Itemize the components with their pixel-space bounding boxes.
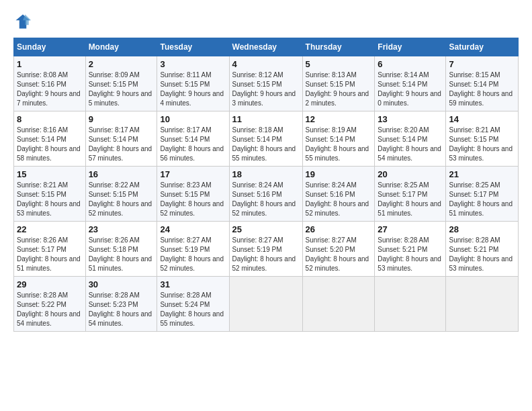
- day-header-friday: Friday: [375, 38, 446, 56]
- day-cell: 18 Sunrise: 8:24 AM Sunset: 5:16 PM Dayl…: [229, 167, 302, 222]
- header-row: SundayMondayTuesdayWednesdayThursdayFrid…: [14, 38, 519, 56]
- day-number: 29: [17, 279, 83, 289]
- day-number: 15: [17, 169, 83, 179]
- day-number: 2: [89, 59, 154, 69]
- day-info: Sunrise: 8:20 AM Sunset: 5:14 PM Dayligh…: [378, 126, 443, 163]
- day-number: 23: [89, 224, 154, 234]
- day-info: Sunrise: 8:28 AM Sunset: 5:21 PM Dayligh…: [378, 236, 443, 273]
- day-info: Sunrise: 8:18 AM Sunset: 5:14 PM Dayligh…: [232, 126, 300, 163]
- day-cell: 21 Sunrise: 8:25 AM Sunset: 5:17 PM Dayl…: [446, 167, 519, 222]
- day-info: Sunrise: 8:24 AM Sunset: 5:16 PM Dayligh…: [306, 181, 372, 218]
- day-cell: 24 Sunrise: 8:27 AM Sunset: 5:19 PM Dayl…: [157, 222, 229, 277]
- logo-icon: [13, 12, 32, 31]
- day-cell: 30 Sunrise: 8:28 AM Sunset: 5:23 PM Dayl…: [85, 277, 157, 332]
- day-cell: 19 Sunrise: 8:24 AM Sunset: 5:16 PM Dayl…: [302, 167, 375, 222]
- day-cell: 9 Sunrise: 8:17 AM Sunset: 5:14 PM Dayli…: [85, 111, 157, 167]
- day-number: 9: [89, 114, 154, 124]
- day-number: 25: [232, 224, 300, 234]
- day-cell: 8 Sunrise: 8:16 AM Sunset: 5:14 PM Dayli…: [14, 111, 86, 167]
- day-header-tuesday: Tuesday: [157, 38, 229, 56]
- day-cell: 16 Sunrise: 8:22 AM Sunset: 5:15 PM Dayl…: [85, 167, 157, 222]
- day-number: 18: [232, 169, 300, 179]
- day-number: 16: [89, 169, 154, 179]
- day-info: Sunrise: 8:17 AM Sunset: 5:14 PM Dayligh…: [89, 126, 154, 163]
- day-number: 12: [306, 114, 372, 124]
- day-cell: 14 Sunrise: 8:21 AM Sunset: 5:15 PM Dayl…: [446, 111, 519, 167]
- day-info: Sunrise: 8:21 AM Sunset: 5:15 PM Dayligh…: [449, 126, 515, 163]
- day-number: 7: [449, 59, 515, 69]
- day-cell: 11 Sunrise: 8:18 AM Sunset: 5:14 PM Dayl…: [229, 111, 302, 167]
- week-row-2: 8 Sunrise: 8:16 AM Sunset: 5:14 PM Dayli…: [14, 111, 519, 167]
- day-cell: 6 Sunrise: 8:14 AM Sunset: 5:14 PM Dayli…: [375, 56, 446, 111]
- day-info: Sunrise: 8:26 AM Sunset: 5:17 PM Dayligh…: [17, 236, 83, 273]
- day-info: Sunrise: 8:16 AM Sunset: 5:14 PM Dayligh…: [17, 126, 83, 163]
- day-cell: 15 Sunrise: 8:21 AM Sunset: 5:15 PM Dayl…: [14, 167, 86, 222]
- week-row-1: 1 Sunrise: 8:08 AM Sunset: 5:16 PM Dayli…: [14, 56, 519, 111]
- day-number: 20: [378, 169, 443, 179]
- day-info: Sunrise: 8:28 AM Sunset: 5:22 PM Dayligh…: [17, 291, 83, 328]
- calendar-table: SundayMondayTuesdayWednesdayThursdayFrid…: [13, 38, 519, 332]
- day-cell: 23 Sunrise: 8:26 AM Sunset: 5:18 PM Dayl…: [85, 222, 157, 277]
- day-header-wednesday: Wednesday: [229, 38, 302, 56]
- day-info: Sunrise: 8:25 AM Sunset: 5:17 PM Dayligh…: [449, 181, 515, 218]
- day-cell: 29 Sunrise: 8:28 AM Sunset: 5:22 PM Dayl…: [14, 277, 86, 332]
- day-number: 13: [378, 114, 443, 124]
- week-row-5: 29 Sunrise: 8:28 AM Sunset: 5:22 PM Dayl…: [14, 277, 519, 332]
- day-cell: [229, 277, 302, 332]
- day-number: 6: [378, 59, 443, 69]
- day-number: 11: [232, 114, 300, 124]
- day-info: Sunrise: 8:08 AM Sunset: 5:16 PM Dayligh…: [17, 71, 83, 108]
- day-info: Sunrise: 8:28 AM Sunset: 5:23 PM Dayligh…: [89, 291, 154, 328]
- day-cell: [302, 277, 375, 332]
- day-cell: 2 Sunrise: 8:09 AM Sunset: 5:15 PM Dayli…: [85, 56, 157, 111]
- week-row-3: 15 Sunrise: 8:21 AM Sunset: 5:15 PM Dayl…: [14, 167, 519, 222]
- day-cell: 10 Sunrise: 8:17 AM Sunset: 5:14 PM Dayl…: [157, 111, 229, 167]
- day-info: Sunrise: 8:15 AM Sunset: 5:14 PM Dayligh…: [449, 71, 515, 108]
- day-number: 19: [306, 169, 372, 179]
- day-header-thursday: Thursday: [302, 38, 375, 56]
- day-header-sunday: Sunday: [14, 38, 86, 56]
- day-cell: 28 Sunrise: 8:28 AM Sunset: 5:21 PM Dayl…: [446, 222, 519, 277]
- day-number: 5: [306, 59, 372, 69]
- day-number: 30: [89, 279, 154, 289]
- day-number: 24: [160, 224, 226, 234]
- page: SundayMondayTuesdayWednesdayThursdayFrid…: [0, 0, 532, 338]
- day-info: Sunrise: 8:12 AM Sunset: 5:15 PM Dayligh…: [232, 71, 300, 108]
- day-header-saturday: Saturday: [446, 38, 519, 56]
- day-info: Sunrise: 8:27 AM Sunset: 5:19 PM Dayligh…: [232, 236, 300, 273]
- day-number: 28: [449, 224, 515, 234]
- day-cell: 20 Sunrise: 8:25 AM Sunset: 5:17 PM Dayl…: [375, 167, 446, 222]
- day-number: 26: [306, 224, 372, 234]
- day-number: 3: [160, 59, 226, 69]
- header: [13, 12, 519, 31]
- day-number: 4: [232, 59, 300, 69]
- day-info: Sunrise: 8:13 AM Sunset: 5:15 PM Dayligh…: [306, 71, 372, 108]
- day-cell: 5 Sunrise: 8:13 AM Sunset: 5:15 PM Dayli…: [302, 56, 375, 111]
- day-info: Sunrise: 8:26 AM Sunset: 5:18 PM Dayligh…: [89, 236, 154, 273]
- day-number: 31: [160, 279, 226, 289]
- day-info: Sunrise: 8:17 AM Sunset: 5:14 PM Dayligh…: [160, 126, 226, 163]
- day-cell: 31 Sunrise: 8:28 AM Sunset: 5:24 PM Dayl…: [157, 277, 229, 332]
- day-number: 27: [378, 224, 443, 234]
- day-number: 1: [17, 59, 83, 69]
- day-info: Sunrise: 8:25 AM Sunset: 5:17 PM Dayligh…: [378, 181, 443, 218]
- day-number: 10: [160, 114, 226, 124]
- day-info: Sunrise: 8:28 AM Sunset: 5:24 PM Dayligh…: [160, 291, 226, 328]
- day-cell: 7 Sunrise: 8:15 AM Sunset: 5:14 PM Dayli…: [446, 56, 519, 111]
- day-cell: 26 Sunrise: 8:27 AM Sunset: 5:20 PM Dayl…: [302, 222, 375, 277]
- logo: [13, 12, 35, 31]
- day-cell: 12 Sunrise: 8:19 AM Sunset: 5:14 PM Dayl…: [302, 111, 375, 167]
- day-cell: 13 Sunrise: 8:20 AM Sunset: 5:14 PM Dayl…: [375, 111, 446, 167]
- day-number: 22: [17, 224, 83, 234]
- day-info: Sunrise: 8:14 AM Sunset: 5:14 PM Dayligh…: [378, 71, 443, 108]
- day-info: Sunrise: 8:27 AM Sunset: 5:20 PM Dayligh…: [306, 236, 372, 273]
- day-info: Sunrise: 8:28 AM Sunset: 5:21 PM Dayligh…: [449, 236, 515, 273]
- day-cell: 1 Sunrise: 8:08 AM Sunset: 5:16 PM Dayli…: [14, 56, 86, 111]
- day-cell: [375, 277, 446, 332]
- day-number: 14: [449, 114, 515, 124]
- day-info: Sunrise: 8:11 AM Sunset: 5:15 PM Dayligh…: [160, 71, 226, 108]
- day-number: 21: [449, 169, 515, 179]
- day-info: Sunrise: 8:09 AM Sunset: 5:15 PM Dayligh…: [89, 71, 154, 108]
- day-info: Sunrise: 8:27 AM Sunset: 5:19 PM Dayligh…: [160, 236, 226, 273]
- day-number: 17: [160, 169, 226, 179]
